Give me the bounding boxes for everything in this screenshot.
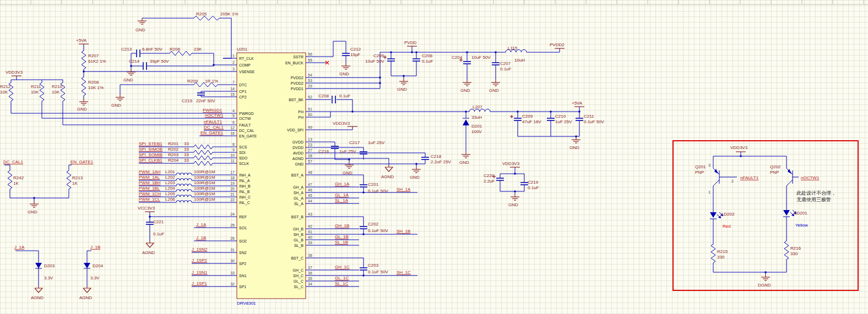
pin-number[interactable]: 54: [308, 73, 312, 77]
pin-name[interactable]: GND: [295, 162, 303, 166]
net-label[interactable]: SL_1A: [335, 198, 349, 203]
component-designator[interactable]: R204: [168, 158, 179, 163]
component-designator[interactable]: C205: [373, 53, 384, 58]
power-label[interactable]: +5VA: [76, 38, 87, 43]
wire[interactable]: [120, 85, 194, 95]
component-value[interactable]: 23K: [194, 47, 202, 52]
component-value[interactable]: 0.1uF: [339, 93, 351, 98]
component-value[interactable]: 1R 1%: [205, 79, 218, 84]
pin-number[interactable]: 5: [232, 114, 235, 118]
component-value[interactable]: 10uH: [514, 58, 525, 63]
component-value[interactable]: 100V: [471, 129, 482, 134]
component-designator[interactable]: LD201: [794, 211, 807, 216]
component-value[interactable]: 330: [717, 255, 725, 260]
pin-name[interactable]: BST_A: [291, 173, 304, 178]
component-value[interactable]: 0.1uF 50V: [368, 269, 389, 274]
pin-number[interactable]: 11: [231, 159, 235, 163]
pin-name[interactable]: GL_C: [294, 279, 303, 284]
pin-name[interactable]: INL_B: [239, 190, 250, 194]
component-designator[interactable]: C211: [584, 114, 594, 119]
component-value[interactable]: 3.3V: [44, 276, 53, 280]
pin-name[interactable]: VSENSE: [239, 70, 255, 74]
resistor-symbol[interactable]: [784, 241, 789, 260]
diode-symbol[interactable]: [710, 212, 717, 218]
component-value[interactable]: 100R@1M: [194, 197, 215, 202]
component-designator[interactable]: R211: [31, 84, 41, 89]
component-value[interactable]: 0.1uF 50V: [584, 119, 605, 124]
pin-name[interactable]: SH_C: [293, 274, 303, 278]
pin-name[interactable]: SN2: [239, 251, 247, 255]
wire[interactable]: [416, 159, 425, 164]
component-value[interactable]: 0.1uF: [153, 232, 165, 236]
component-value[interactable]: 0.1uF 50V: [368, 228, 389, 233]
pin-name[interactable]: PVDD1: [291, 87, 303, 91]
net-label[interactable]: PWM_1BH: [139, 180, 161, 185]
component-value[interactable]: 33: [184, 147, 189, 152]
component-designator[interactable]: C206: [422, 53, 433, 58]
component-designator[interactable]: C219: [528, 180, 539, 185]
net-label[interactable]: SPI_CLKB1: [139, 158, 162, 163]
component-designator[interactable]: C218: [431, 154, 442, 159]
component-value[interactable]: 33uH: [471, 115, 482, 120]
resistor-symbol[interactable]: [194, 145, 213, 149]
net-label[interactable]: SH_1A: [397, 187, 411, 192]
wire[interactable]: [500, 180, 524, 191]
power-label[interactable]: VDD3V3: [333, 121, 350, 126]
wire[interactable]: [42, 101, 223, 118]
component-value[interactable]: 3.3V: [90, 276, 100, 280]
pin-number[interactable]: 1: [708, 190, 710, 194]
pin-name[interactable]: GL_B: [294, 238, 303, 243]
wire[interactable]: [15, 251, 39, 263]
component-designator[interactable]: R216: [790, 246, 801, 251]
pin-name[interactable]: GVDD: [292, 140, 303, 144]
power-label[interactable]: GND: [397, 87, 407, 92]
pin-name[interactable]: OCTW: [239, 117, 251, 120]
pin-number[interactable]: 15: [230, 92, 235, 96]
pin-name[interactable]: BST_B: [291, 215, 304, 219]
resistor-symbol[interactable]: [82, 77, 86, 96]
pin-number[interactable]: 29: [308, 84, 312, 88]
component-value[interactable]: 10K: [52, 90, 60, 95]
pin-name[interactable]: SL_C: [294, 285, 303, 289]
net-label[interactable]: J_1B: [196, 235, 206, 240]
diode-symbol[interactable]: [783, 210, 790, 216]
net-label[interactable]: PWM_1BL: [139, 186, 160, 191]
pin-name[interactable]: AGND: [292, 157, 303, 161]
component-value[interactable]: 1K: [13, 181, 19, 186]
pin-name[interactable]: DVDD: [292, 146, 303, 150]
pin-number[interactable]: 41: [308, 230, 312, 234]
component-designator[interactable]: C214: [129, 59, 140, 64]
component-designator[interactable]: C212: [350, 47, 361, 52]
component-designator[interactable]: C210: [555, 114, 566, 119]
pin-name[interactable]: GH_A: [293, 185, 303, 190]
component-designator[interactable]: C202: [368, 222, 379, 227]
component-designator[interactable]: C213: [121, 47, 132, 52]
pin-name[interactable]: BST_BK: [289, 98, 303, 102]
pin-name[interactable]: PWRGD: [239, 112, 254, 115]
pin-name[interactable]: EN_BUCK: [285, 61, 303, 65]
net-label[interactable]: SL_1B: [335, 240, 348, 245]
pin-name[interactable]: RT_CLK: [239, 57, 254, 61]
component-value[interactable]: 1K: [72, 181, 78, 186]
pin-number[interactable]: 3: [232, 67, 235, 71]
component-designator[interactable]: LD202: [721, 212, 735, 217]
pin-number[interactable]: 28: [308, 154, 312, 158]
pin-number[interactable]: 14: [230, 87, 235, 91]
net-label[interactable]: nOCTW1: [205, 113, 224, 118]
power-label[interactable]: +5VA: [572, 101, 583, 106]
power-label[interactable]: GND: [459, 160, 469, 165]
component-designator[interactable]: L115: [508, 46, 518, 51]
pin-number[interactable]: 26: [230, 236, 235, 240]
resistor-symbol[interactable]: [711, 244, 715, 263]
pin-number[interactable]: 2: [731, 179, 734, 183]
power-label[interactable]: GND: [135, 27, 145, 32]
net-label[interactable]: SH_1B: [397, 229, 410, 234]
component-designator[interactable]: L203: [165, 180, 175, 185]
inductor-symbol[interactable]: [176, 184, 192, 186]
net-label[interactable]: J_1SP1: [192, 281, 208, 286]
diode-symbol[interactable]: [35, 263, 42, 268]
power-label[interactable]: AGND: [79, 295, 92, 300]
pin-name[interactable]: DTC: [239, 83, 247, 87]
pin-number[interactable]: 27: [308, 148, 312, 152]
component-value[interactable]: 33: [184, 152, 189, 157]
